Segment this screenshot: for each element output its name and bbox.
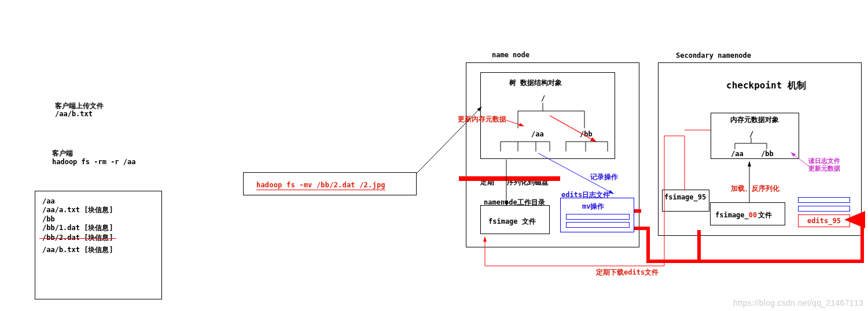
edits-sub-1 (566, 214, 630, 220)
sec-sub-2 (798, 206, 850, 212)
sec-sub-1 (798, 197, 850, 203)
client-title: 客户端 (52, 149, 73, 158)
client-files-box: /aa /aa/a.txt [块信息] /bb /bb/1.dat [块信息] … (35, 191, 162, 299)
mem-root: / (749, 130, 753, 138)
checkpoint-label: checkpoint 机制 (726, 80, 806, 92)
file-line-5-struck: /bb/2.dat [块信息] (42, 233, 113, 243)
edits-file-text: edits_95 (807, 217, 841, 225)
mv-command-box: hadoop fs -mv /bb/2.dat /2.jpg (243, 172, 417, 195)
file-line-3: /bb (42, 215, 155, 223)
update-label: 更新内存元数据 (458, 114, 506, 124)
client-upload-path: /aa/b.txt (55, 110, 93, 118)
file-line-1: /aa (42, 197, 155, 205)
tree-bb: /bb (580, 130, 593, 138)
mem-bb: /bb (761, 150, 774, 158)
fsimage-a-text: fsimage_95 (664, 193, 706, 201)
record-label: 记录操作 (590, 172, 618, 182)
read-label: 读日志文件 更新元数据 (808, 157, 840, 172)
mv-op-text: mv操作 (582, 202, 604, 212)
secondary-title: Secondary namenode (676, 51, 751, 60)
red-cover-bar (459, 176, 560, 181)
edits-sub-2 (566, 222, 630, 228)
mv-command-text: hadoop fs -mv /bb/2.dat /2.jpg (256, 181, 385, 190)
file-line-6: /aa/b.txt [块信息] (42, 245, 155, 255)
edits-log-title: edits日志文件 (561, 190, 610, 200)
tree-label: 树 数据结构对象 (509, 78, 562, 88)
client-command: hadoop fs -rm -r /aa (52, 158, 136, 166)
workdir-title: namenode工作目录 (484, 198, 545, 208)
file-line-4: /bb/1.dat [块信息] (42, 223, 155, 233)
mem-title: 内存元数据对象 (730, 115, 779, 125)
tree-aa: /aa (531, 130, 544, 138)
namenode-title: name node (492, 51, 529, 59)
sec-edits-box: edits_95 (798, 214, 850, 227)
fsimage-b-text: fsimage_00文件 (715, 210, 772, 220)
mem-aa: /aa (731, 150, 744, 158)
watermark: https://blog.csdn.net/qq_21467113 (733, 298, 863, 308)
file-line-2: /aa/a.txt [块信息] (42, 205, 155, 215)
download-label: 定期下载edits文件 (596, 268, 659, 277)
tree-root: / (541, 94, 545, 102)
fsimage-label: fsimage 文件 (488, 217, 536, 227)
load-label: 加载、反序列化 (731, 184, 779, 194)
